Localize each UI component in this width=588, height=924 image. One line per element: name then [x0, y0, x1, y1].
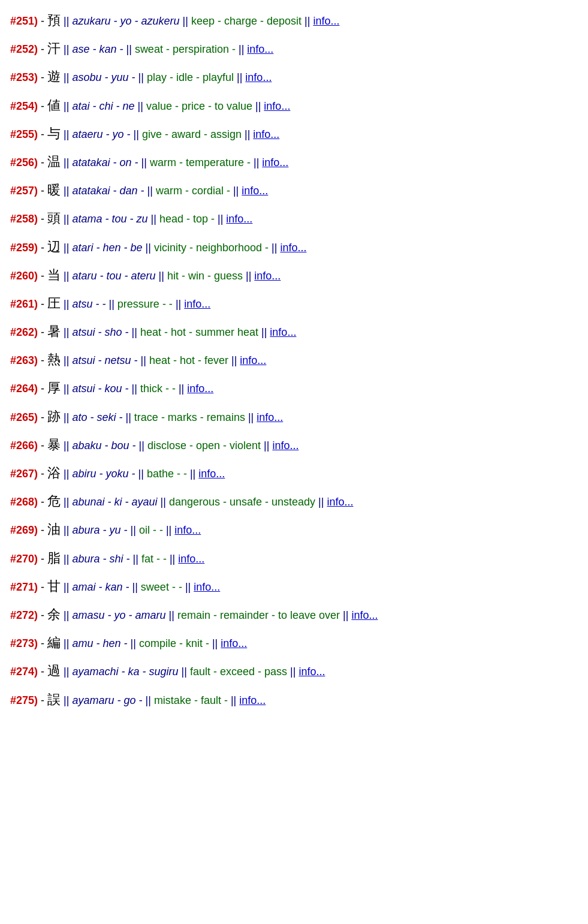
- meanings: trace - marks - remains: [134, 411, 245, 423]
- list-item: #272) - 余 || amasu - yo - amaru || remai…: [9, 600, 579, 628]
- readings: ato - seki -: [72, 411, 122, 423]
- meanings: value - price - to value: [146, 100, 252, 112]
- entry-number: #265): [10, 411, 38, 423]
- info-link[interactable]: info...: [247, 43, 273, 55]
- kanji-character: 汗: [47, 41, 61, 56]
- meanings: oil - -: [139, 524, 163, 536]
- list-item: #252) - 汗 || ase - kan - || sweat - pers…: [9, 34, 579, 62]
- entry-number: #267): [10, 468, 38, 480]
- list-item: #263) - 熱 || atsui - netsu - || heat - h…: [9, 345, 579, 374]
- list-item: #270) - 脂 || abura - shi - || fat - - ||…: [9, 544, 579, 572]
- meanings: hit - win - guess: [167, 270, 243, 282]
- list-item: #251) - 預 || azukaru - yo - azukeru || k…: [9, 6, 579, 34]
- meanings: sweat - perspiration -: [135, 43, 236, 55]
- info-link[interactable]: info...: [313, 15, 339, 27]
- meanings: warm - temperature -: [150, 156, 251, 168]
- info-link[interactable]: info...: [239, 694, 266, 706]
- kanji-character: 値: [47, 98, 61, 113]
- info-link[interactable]: info...: [245, 71, 272, 83]
- readings: atsu - -: [72, 298, 105, 310]
- readings: atsui - sho -: [72, 326, 128, 338]
- entry-number: #257): [10, 185, 38, 197]
- info-link[interactable]: info...: [254, 270, 281, 282]
- readings: atsui - netsu -: [72, 354, 137, 366]
- kanji-character: 跡: [47, 409, 61, 424]
- info-link[interactable]: info...: [221, 637, 247, 649]
- list-item: #274) - 過 || ayamachi - ka - sugiru || f…: [9, 657, 579, 685]
- kanji-character: 危: [47, 493, 61, 508]
- kanji-character: 油: [47, 522, 61, 537]
- readings: abaku - bou -: [72, 440, 135, 452]
- entry-number: #258): [10, 213, 38, 225]
- info-link[interactable]: info...: [351, 609, 378, 621]
- readings: abunai - ki - ayaui: [72, 496, 157, 508]
- meanings: thick - -: [140, 383, 176, 395]
- readings: asobu - yuu -: [72, 71, 135, 83]
- info-link[interactable]: info...: [174, 524, 201, 536]
- info-link[interactable]: info...: [262, 156, 288, 168]
- info-link[interactable]: info...: [226, 213, 252, 225]
- list-item: #261) - 圧 || atsu - - || pressure - - ||…: [9, 289, 579, 317]
- info-link[interactable]: info...: [327, 496, 353, 508]
- entry-number: #266): [10, 440, 38, 452]
- meanings: dangerous - unsafe - unsteady: [169, 496, 315, 508]
- list-item: #253) - 遊 || asobu - yuu - || play - idl…: [9, 62, 579, 91]
- entry-number: #259): [10, 242, 38, 254]
- entry-number: #269): [10, 524, 38, 536]
- list-item: #256) - 温 || atatakai - on - || warm - t…: [9, 148, 579, 176]
- entry-number: #273): [10, 637, 38, 649]
- info-link[interactable]: info...: [264, 100, 290, 112]
- info-link[interactable]: info...: [184, 298, 210, 310]
- kanji-character: 頭: [47, 210, 61, 225]
- entry-number: #253): [10, 71, 38, 83]
- kanji-character: 遊: [47, 69, 61, 84]
- readings: atsui - kou -: [72, 383, 128, 395]
- kanji-character: 圧: [47, 296, 61, 311]
- meanings: pressure - -: [117, 298, 173, 310]
- list-item: #260) - 当 || ataru - tou - ateru || hit …: [9, 261, 579, 289]
- readings: ase - kan -: [72, 43, 123, 55]
- info-link[interactable]: info...: [187, 383, 213, 395]
- entry-number: #254): [10, 100, 38, 112]
- readings: ataeru - yo -: [72, 128, 130, 140]
- info-link[interactable]: info...: [280, 242, 306, 254]
- list-item: #262) - 暑 || atsui - sho - || heat - hot…: [9, 317, 579, 345]
- info-link[interactable]: info...: [298, 666, 325, 678]
- info-link[interactable]: info...: [253, 128, 279, 140]
- readings: ayamaru - go -: [72, 694, 142, 706]
- info-link[interactable]: info...: [257, 411, 283, 423]
- list-item: #259) - 辺 || atari - hen - be || vicinit…: [9, 233, 579, 261]
- entry-number: #268): [10, 496, 38, 508]
- list-item: #271) - 甘 || amai - kan - || sweet - - |…: [9, 572, 579, 600]
- readings: atatakai - dan -: [72, 185, 144, 197]
- readings: atama - tou - zu: [72, 213, 147, 225]
- meanings: bathe - -: [147, 468, 187, 480]
- list-item: #269) - 油 || abura - yu - || oil - - || …: [9, 515, 579, 543]
- kanji-character: 浴: [47, 465, 61, 480]
- readings: abiru - yoku -: [72, 468, 135, 480]
- list-item: #264) - 厚 || atsui - kou - || thick - - …: [9, 374, 579, 402]
- kanji-character: 脂: [47, 550, 61, 565]
- list-item: #258) - 頭 || atama - tou - zu || head - …: [9, 204, 579, 232]
- info-link[interactable]: info...: [272, 440, 298, 452]
- meanings: compile - knit -: [139, 637, 209, 649]
- info-link[interactable]: info...: [194, 581, 220, 593]
- readings: ayamachi - ka - sugiru: [72, 666, 178, 678]
- info-link[interactable]: info...: [242, 185, 268, 197]
- meanings: sweet - -: [141, 581, 182, 593]
- info-link[interactable]: info...: [240, 354, 266, 366]
- info-link[interactable]: info...: [178, 553, 204, 565]
- readings: abura - shi -: [72, 553, 129, 565]
- info-link[interactable]: info...: [198, 468, 225, 480]
- readings: amasu - yo - amaru: [72, 609, 165, 621]
- readings: atatakai - on -: [72, 156, 138, 168]
- kanji-character: 編: [47, 635, 61, 650]
- entry-number: #263): [10, 354, 38, 366]
- kanji-character: 暴: [47, 437, 61, 452]
- info-link[interactable]: info...: [270, 326, 296, 338]
- meanings: keep - charge - deposit: [191, 15, 301, 27]
- list-item: #267) - 浴 || abiru - yoku - || bathe - -…: [9, 459, 579, 487]
- readings: amai - kan -: [72, 581, 129, 593]
- kanji-character: 辺: [47, 239, 61, 254]
- entry-number: #271): [10, 581, 38, 593]
